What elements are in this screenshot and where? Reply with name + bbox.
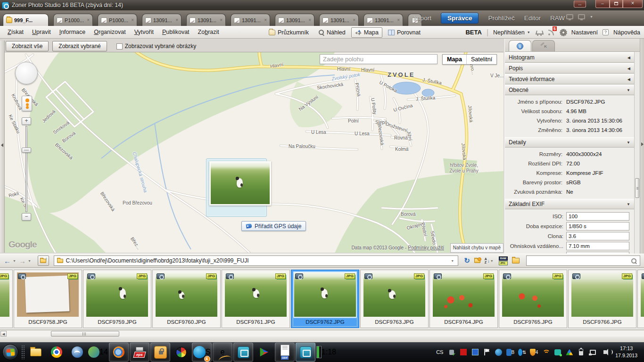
folder-up-button[interactable]: ↑ bbox=[38, 255, 49, 266]
menu-item[interactable]: Publikovat bbox=[158, 27, 193, 37]
search-icon[interactable] bbox=[631, 258, 637, 264]
pan-right-icon[interactable] bbox=[31, 72, 34, 75]
menu-item[interactable]: Organizovat bbox=[90, 27, 129, 37]
zoom-out-button[interactable]: − bbox=[22, 213, 31, 221]
map-search-input[interactable] bbox=[320, 54, 438, 64]
zoom-slider-track[interactable] bbox=[25, 126, 27, 212]
thumbnail[interactable]: JPG DSCF9761.JPG bbox=[222, 270, 290, 328]
pan-up-icon[interactable] bbox=[25, 65, 29, 69]
refresh-icon[interactable]: ↻ bbox=[464, 256, 470, 265]
chrome-icon[interactable] bbox=[47, 343, 66, 362]
messenger-icon[interactable] bbox=[495, 348, 503, 356]
section-header-exif[interactable]: Základní EXIF ▼ bbox=[505, 199, 634, 209]
path-field[interactable]: C:\Users\Ondřej\Documents\digineff\obrdg… bbox=[54, 255, 459, 266]
tab-information[interactable]: i bbox=[509, 40, 531, 51]
file-tab[interactable]: 13091... × bbox=[275, 14, 314, 26]
sync-tray-icon[interactable]: ⇅ bbox=[518, 348, 526, 356]
search-input[interactable] bbox=[529, 257, 631, 264]
close-icon[interactable]: × bbox=[308, 17, 311, 23]
close-icon[interactable]: × bbox=[87, 17, 90, 23]
file-tab[interactable]: 999_F... × bbox=[3, 14, 49, 26]
thumbnail[interactable]: JPG DSCF9760.JPG bbox=[152, 270, 221, 328]
adobe-reader-icon[interactable] bbox=[459, 348, 467, 356]
zoom-slider-handle[interactable] bbox=[22, 148, 31, 153]
media-player-icon[interactable] bbox=[254, 343, 274, 362]
volume-icon[interactable] bbox=[601, 348, 609, 356]
section-header[interactable]: Textové informace ◀ bbox=[505, 74, 634, 84]
exif-value-input[interactable] bbox=[566, 232, 629, 240]
zps14-icon[interactable]: 14 bbox=[88, 343, 108, 362]
raw-jpg-filter-icon[interactable]: RAWJPG bbox=[499, 256, 508, 265]
network-icon[interactable] bbox=[589, 348, 597, 356]
close-button[interactable]: × bbox=[623, 0, 643, 8]
terms-link[interactable]: Podmínky použití bbox=[408, 245, 444, 250]
monitor-icon[interactable] bbox=[566, 14, 573, 19]
maximize-button[interactable] bbox=[610, 0, 623, 8]
thumbnail[interactable]: JPG DSCF9762.JPG bbox=[291, 270, 359, 328]
openoffice-icon[interactable] bbox=[67, 343, 87, 362]
skype-icon[interactable]: S 4 bbox=[192, 343, 212, 362]
bluetooth-icon[interactable]: B bbox=[506, 348, 514, 356]
start-button[interactable] bbox=[0, 343, 20, 362]
chat-icon[interactable] bbox=[553, 348, 561, 356]
menu-item[interactable]: Informace bbox=[56, 27, 90, 37]
thumbnail[interactable]: JPG DSCF9759.JPG bbox=[83, 270, 151, 328]
file-tab[interactable]: P1000... × bbox=[53, 14, 93, 26]
street-view-pegman[interactable] bbox=[22, 96, 32, 111]
usb-device-icon[interactable] bbox=[447, 348, 455, 356]
title-bar[interactable]: Zoner Photo Studio 16 BETA (zbývá dní: 1… bbox=[0, 0, 644, 10]
sync-lock-icon[interactable] bbox=[150, 343, 170, 362]
zoner-photo-studio-icon[interactable] bbox=[296, 343, 315, 362]
section-header-general[interactable]: Obecné ▼ bbox=[505, 85, 634, 95]
account-menu[interactable]: Nepřihlášen ▼ bbox=[493, 29, 530, 36]
timer-widget[interactable]: 1:18 bbox=[316, 343, 336, 362]
pan-left-icon[interactable] bbox=[18, 72, 22, 75]
file-tab[interactable]: 13091... × bbox=[319, 14, 359, 26]
thumbnail[interactable]: JPG bbox=[0, 270, 13, 328]
favorite-folder-icon[interactable] bbox=[474, 259, 480, 263]
exif-value-input[interactable] bbox=[566, 212, 629, 221]
help-icon[interactable]: ? bbox=[603, 29, 609, 35]
assign-gps-button[interactable]: Přiřadit GPS údaje bbox=[241, 221, 306, 231]
thumbnail[interactable]: JPG DSCF9765.JPG bbox=[499, 270, 567, 328]
tabs-restore-button[interactable]: ↔ bbox=[574, 0, 586, 8]
panel-scrollbar[interactable] bbox=[634, 52, 640, 254]
tab-keywords[interactable]: K bbox=[532, 40, 555, 51]
chevron-down-icon[interactable]: ▼ bbox=[590, 15, 593, 18]
thumbnail[interactable]: JPG DSCF9758.JPG bbox=[14, 270, 82, 328]
back-button[interactable]: ← bbox=[4, 257, 11, 265]
filmstrip-scrollbar[interactable]: ◀ bbox=[0, 330, 644, 337]
show-all-button[interactable]: Zobrazit vše bbox=[6, 41, 49, 51]
close-icon[interactable]: × bbox=[397, 17, 400, 23]
thumbnail[interactable]: JPG DSCF9763.JPG bbox=[360, 270, 429, 328]
blue-app-icon[interactable] bbox=[471, 348, 479, 356]
help-button[interactable]: Nápověda bbox=[613, 29, 640, 36]
minimize-button[interactable]: – bbox=[595, 0, 610, 8]
battery-icon[interactable] bbox=[577, 348, 585, 356]
scroll-left-icon[interactable]: ◀ bbox=[0, 331, 7, 337]
google-drive-icon[interactable] bbox=[565, 348, 573, 356]
map-type-button[interactable]: Satelitní bbox=[466, 55, 496, 64]
scrollbar-thumb[interactable] bbox=[635, 178, 639, 198]
sort-dropdown-icon[interactable]: ▼ bbox=[490, 259, 494, 263]
odf-document-icon[interactable]: ODF bbox=[275, 343, 295, 362]
exif-value-input[interactable] bbox=[566, 222, 629, 230]
explorer-icon[interactable] bbox=[26, 343, 46, 362]
scrollbar-thumb[interactable] bbox=[51, 331, 119, 337]
forward-history-icon[interactable]: ▼ bbox=[28, 259, 31, 263]
show-selected-checkbox[interactable] bbox=[116, 43, 123, 49]
file-tab[interactable]: 13091... × bbox=[142, 14, 182, 26]
taskbar-grip[interactable] bbox=[21, 345, 25, 359]
thumbnail[interactable]: JPG DSCF9764.JPG bbox=[429, 270, 498, 328]
section-header-details[interactable]: Detaily ▼ bbox=[505, 137, 634, 148]
pan-down-icon[interactable] bbox=[25, 77, 29, 81]
file-tab[interactable]: 13091... × bbox=[231, 14, 270, 26]
menu-item[interactable]: Upravit bbox=[28, 27, 55, 37]
second-monitor-icon[interactable] bbox=[578, 14, 585, 19]
file-tab[interactable]: 13091... × bbox=[363, 14, 403, 26]
view-mode-button[interactable]: Náhled bbox=[314, 27, 349, 38]
menu-item[interactable]: Zobrazit bbox=[194, 27, 223, 37]
report-map-error-button[interactable]: Nahlásit chybu v mapě bbox=[450, 243, 504, 253]
file-tab[interactable]: 13091... × bbox=[186, 14, 226, 26]
show-selected-button[interactable]: Zobrazit vybrané bbox=[52, 41, 107, 51]
